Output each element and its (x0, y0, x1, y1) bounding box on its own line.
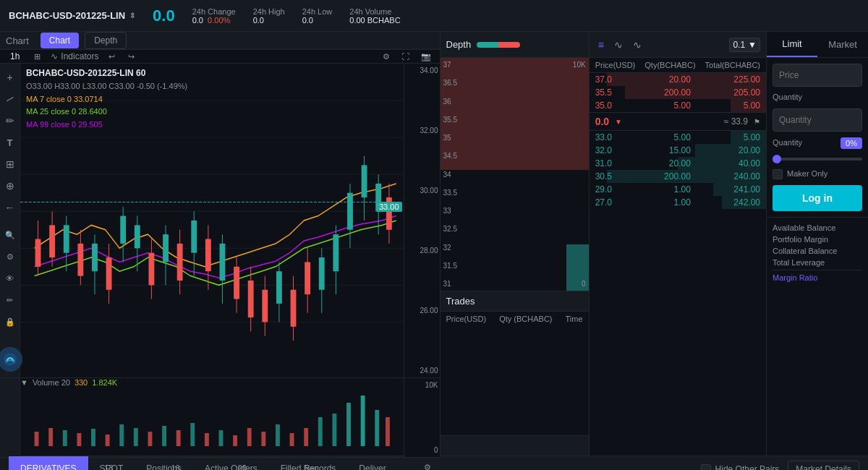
pct-0-badge[interactable]: 0% (841, 137, 862, 149)
svg-rect-72 (190, 423, 195, 446)
nav-tab-deliver[interactable]: Deliver (347, 456, 397, 471)
settings-icon-button[interactable]: ⚙ (380, 51, 393, 63)
pattern-tool-icon[interactable]: ⊞ (2, 156, 18, 172)
timeframe-1h-button[interactable]: 1h (6, 50, 24, 63)
ob-buy-row[interactable]: 31.0 20.00 40.00 (590, 157, 766, 170)
nav-tab-active-orders[interactable]: Active Orders (193, 456, 269, 471)
limit-tab[interactable]: Limit (767, 32, 817, 57)
svg-rect-15 (77, 244, 83, 276)
chart-settings-bottom-icon[interactable]: ⚙ (421, 461, 434, 470)
quantity-input[interactable] (773, 108, 862, 132)
chart-info: BCHABC-USD-201225-LIN 60 O33.00 H33.00 L… (26, 67, 187, 132)
chart-tab-button[interactable]: Chart (41, 33, 79, 48)
nav-tab-derivatives[interactable]: DERIVATIVES (9, 456, 88, 471)
depth-price-labels: 37 36.5 36 35.5 35 34.5 34 33.5 33 32.5 … (443, 58, 457, 291)
settings-tool-icon[interactable]: ⚙ (2, 249, 18, 265)
ob-sell-row[interactable]: 35.5 200.00 205.00 (590, 86, 766, 99)
maker-only-label: Maker Only (787, 169, 827, 178)
svg-rect-76 (247, 428, 252, 446)
measure-tool-icon[interactable]: ⊕ (2, 178, 18, 194)
trades-col-headers: Price(USD) Qty (BCHABC) Time (441, 312, 589, 326)
ma99-label: MA 99 close 0 29.505 (26, 119, 187, 132)
chart-svg-container: BCHABC-USD-201225-LIN 60 O33.00 H33.00 L… (20, 64, 404, 377)
ob-sell-bg (625, 86, 767, 99)
ob-size-down-arrow: ▼ (748, 40, 757, 50)
volume-number: 330 (75, 378, 88, 387)
draw-tool-icon[interactable]: ✏ (2, 292, 18, 308)
svg-rect-13 (64, 225, 69, 252)
ob-size-selector[interactable]: 0.1 ▼ (729, 38, 760, 52)
margin-ratio-label[interactable]: Margin Ratio (773, 273, 817, 282)
depth-tab-button[interactable]: Depth (85, 32, 127, 49)
login-button[interactable]: Log in (773, 185, 862, 211)
ob-sell-row[interactable]: 35.0 5.00 5.00 (590, 99, 766, 112)
svg-rect-86 (386, 417, 390, 446)
current-price: 0.0 (153, 7, 175, 25)
price-input[interactable] (773, 64, 862, 87)
line-draw-icon[interactable]: / (0, 87, 21, 110)
indicators-icon: ∿ (51, 51, 58, 61)
portfolio-margin-label: Portfolio Margin (773, 235, 828, 244)
ob-buy-row[interactable]: 33.0 5.00 5.00 (590, 131, 766, 144)
slider-track[interactable] (773, 158, 862, 161)
quantity-sub-label: Quantity (773, 138, 802, 147)
crosshair-icon[interactable]: + (2, 69, 18, 85)
maker-only-checkbox[interactable] (773, 169, 783, 179)
screenshot-button[interactable]: 📷 (418, 51, 434, 63)
zoom-tool-icon[interactable]: 🔍 (2, 227, 18, 243)
svg-rect-78 (276, 424, 280, 446)
svg-rect-37 (234, 267, 239, 299)
quantity-field-group (773, 108, 862, 132)
ob-buy-row[interactable]: 27.0 1.00 242.00 (590, 196, 766, 209)
ob-buy-row[interactable]: 32.0 15.00 20.00 (590, 144, 766, 157)
stat-24h-low: 24h Low 0.0 (302, 7, 333, 25)
svg-rect-63 (63, 430, 67, 446)
svg-rect-25 (148, 253, 154, 286)
chart-depth-tabs: Chart Chart Depth (0, 32, 440, 50)
svg-rect-31 (191, 221, 197, 253)
depth-chart-area[interactable]: 37 36.5 36 35.5 35 34.5 34 33.5 33 32.5 … (441, 58, 589, 291)
ob-buy-row[interactable]: 29.0 1.00 241.00 (590, 183, 766, 196)
svg-rect-51 (333, 234, 339, 271)
ma7-label: MA 7 close 0 33.0714 (26, 93, 187, 106)
balance-section: Available Balance Portfolio Margin Colla… (767, 217, 868, 288)
right-panel: Limit Market Quantity Quantity 0% (767, 32, 868, 456)
redo-button[interactable]: ↪ (125, 51, 137, 63)
text-tool-icon[interactable]: T (2, 134, 18, 150)
svg-rect-53 (347, 193, 353, 230)
ob-sell-row[interactable]: 37.0 20.00 225.00 (590, 73, 766, 86)
main-layout: Chart Chart Depth 1h ⊞ ∿ Indicators ↩ ↪ … (0, 32, 868, 456)
ob-buy-row[interactable]: 30.5 200.00 240.00 (590, 170, 766, 183)
chart-ohlc: O33.00 H33.00 L33.00 C33.00 -0.50 (-1.49… (26, 80, 187, 93)
svg-rect-45 (291, 290, 297, 327)
svg-rect-81 (318, 417, 323, 446)
ob-wave2-icon[interactable]: ∿ (630, 38, 644, 52)
svg-rect-11 (49, 225, 55, 257)
fullscreen-button[interactable]: ⛶ (399, 51, 412, 63)
svg-rect-47 (305, 262, 310, 294)
stat-24h-change: 24h Change 0.0 0.00% (192, 7, 236, 25)
icon-bar: + / ✏ T ⊞ ⊕ ← 🔍 ⚙ 👁 ✏ 🔒 (0, 64, 20, 377)
arrow-tool-icon[interactable]: ← (2, 200, 18, 215)
svg-rect-21 (120, 216, 126, 244)
candle-type-button[interactable]: ⊞ (31, 51, 43, 63)
undo-button[interactable]: ↩ (106, 51, 118, 63)
ob-wave1-icon[interactable]: ∿ (611, 38, 626, 52)
hide-pairs-checkbox[interactable] (701, 464, 711, 471)
nav-tab-filled-records[interactable]: Filled Records (269, 456, 348, 471)
svg-rect-29 (177, 244, 183, 281)
market-tab[interactable]: Market (817, 32, 868, 57)
lock-tool-icon[interactable]: 🔒 (2, 314, 18, 330)
ob-list-icon[interactable]: ≡ (595, 38, 607, 52)
nav-tab-spot[interactable]: SPOT (88, 456, 135, 471)
slider-thumb[interactable] (773, 155, 781, 163)
nav-tab-positions[interactable]: Positions (135, 456, 193, 471)
market-details-button[interactable]: Market Details (788, 461, 859, 471)
indicators-button[interactable]: ∿ Indicators (51, 51, 98, 61)
symbol-pair[interactable]: BCHABC-USD-201225-LIN ⇕ (9, 10, 135, 21)
chart-with-sidebar: + / ✏ T ⊞ ⊕ ← 🔍 ⚙ 👁 ✏ 🔒 (0, 64, 440, 470)
pencil-icon[interactable]: ✏ (2, 113, 18, 129)
eye-tool-icon[interactable]: 👁 (2, 270, 18, 286)
svg-rect-82 (332, 414, 336, 446)
svg-rect-41 (262, 290, 268, 322)
